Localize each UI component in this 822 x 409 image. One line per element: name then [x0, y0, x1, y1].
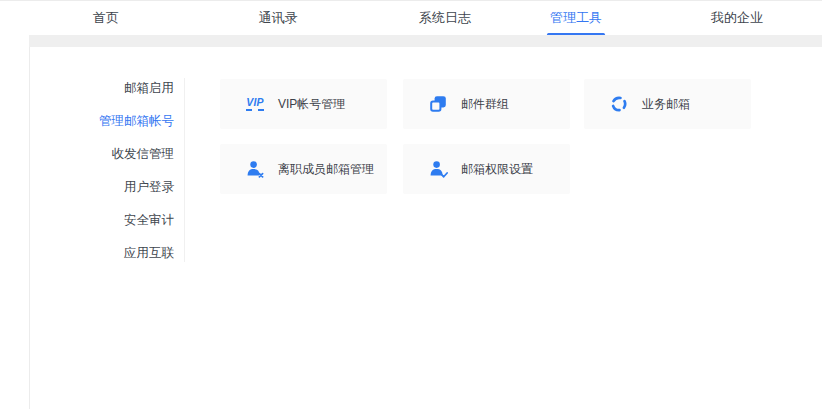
sidebar-item-send-receive-management[interactable]: 收发信管理 [30, 138, 174, 171]
tab-my-enterprise[interactable]: 我的企业 [711, 1, 763, 36]
card-resigned-member-mailbox-management[interactable]: 离职成员邮箱管理 [220, 144, 387, 194]
tab-contacts-label: 通讯录 [259, 10, 298, 25]
sidebar-item-mailbox-enable[interactable]: 邮箱启用 [30, 72, 174, 105]
card-label: 离职成员邮箱管理 [278, 161, 374, 178]
vip-icon: VIP [244, 94, 266, 114]
mail-group-icon [427, 94, 449, 114]
resigned-member-icon [244, 159, 266, 179]
sidebar-item-user-login[interactable]: 用户登录 [30, 171, 174, 204]
top-nav: 首页 通讯录 系统日志 管理工具 我的企业 [0, 0, 822, 36]
card-vip-account-management[interactable]: VIP VIP帐号管理 [220, 79, 387, 129]
tab-system-log[interactable]: 系统日志 [419, 1, 471, 36]
sidebar-divider [184, 78, 185, 262]
tab-admin-tools-label: 管理工具 [550, 10, 602, 25]
tab-admin-tools[interactable]: 管理工具 [550, 1, 602, 36]
card-mailbox-permission-settings[interactable]: 邮箱权限设置 [403, 144, 570, 194]
card-label: 邮件群组 [461, 96, 509, 113]
card-label: 业务邮箱 [642, 96, 690, 113]
card-label: 邮箱权限设置 [461, 161, 533, 178]
tab-home[interactable]: 首页 [93, 1, 119, 36]
tab-system-log-label: 系统日志 [419, 10, 471, 25]
nav-divider-band [29, 35, 822, 47]
sidebar: 邮箱启用 管理邮箱帐号 收发信管理 用户登录 安全审计 应用互联 [30, 72, 174, 270]
card-mail-group[interactable]: 邮件群组 [403, 79, 570, 129]
sidebar-item-manage-mailbox-accounts[interactable]: 管理邮箱帐号 [30, 105, 174, 138]
business-mailbox-icon [608, 94, 630, 114]
card-label: VIP帐号管理 [278, 96, 345, 113]
tab-my-enterprise-label: 我的企业 [711, 10, 763, 25]
tab-home-label: 首页 [93, 10, 119, 25]
mailbox-permission-icon [427, 159, 449, 179]
sidebar-item-security-audit[interactable]: 安全审计 [30, 204, 174, 237]
card-business-mailbox[interactable]: 业务邮箱 [584, 79, 751, 129]
sidebar-item-app-interconnect[interactable]: 应用互联 [30, 237, 174, 270]
tab-contacts[interactable]: 通讯录 [259, 1, 298, 36]
